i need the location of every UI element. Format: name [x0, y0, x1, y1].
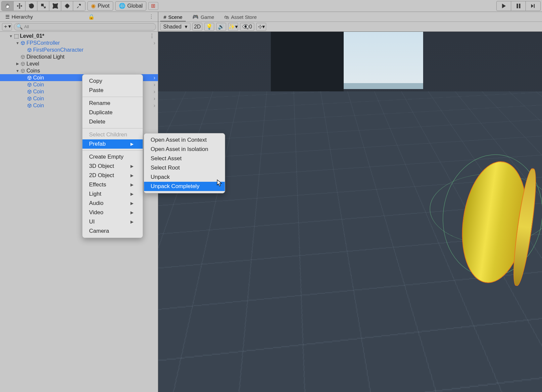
lighting-toggle[interactable]: 💡: [204, 23, 214, 31]
ctx-2d-object[interactable]: 2D Object▶: [82, 171, 143, 180]
hierarchy-search[interactable]: 🔍: [14, 23, 156, 30]
ctx-ui[interactable]: UI▶: [82, 217, 143, 226]
ctx-camera[interactable]: Camera: [82, 226, 143, 236]
item-label: FirstPersonCharacter: [33, 47, 83, 53]
prefab-select-root[interactable]: Select Root: [144, 163, 225, 172]
ctx-create-empty[interactable]: Create Empty: [82, 152, 143, 162]
custom-tool[interactable]: [73, 1, 85, 11]
item-label: Coin: [33, 75, 44, 81]
prefab-open-asset-in-isolation[interactable]: Open Asset in Isolation: [144, 145, 225, 154]
menu-item-label: Select Asset: [151, 155, 182, 162]
snap-toggle[interactable]: ⊞: [148, 2, 158, 10]
ctx-effects[interactable]: Effects▶: [82, 180, 143, 189]
ctx-3d-object[interactable]: 3D Object▶: [82, 162, 143, 171]
pivot-icon: ◉: [91, 3, 96, 9]
2d-label: 2D: [194, 24, 201, 30]
expand-icon[interactable]: ▼: [15, 69, 20, 73]
ctx-audio[interactable]: Audio▶: [82, 199, 143, 208]
menu-item-label: UI: [89, 219, 95, 225]
ctx-rename[interactable]: Rename: [82, 99, 143, 108]
prefab-unpack-completely[interactable]: Unpack Completely: [144, 182, 225, 191]
scene-row[interactable]: ▼ ⬚ Level_01* ⋮: [0, 32, 158, 39]
menu-item-label: Unpack Completely: [151, 183, 199, 190]
menu-item-label: Camera: [89, 228, 109, 234]
menu-item-label: Delete: [89, 119, 105, 125]
hierarchy-item-directional-light[interactable]: Directional Light: [0, 53, 158, 60]
open-prefab-icon[interactable]: ›: [154, 89, 155, 95]
move-tool[interactable]: [14, 1, 25, 11]
shading-dropdown[interactable]: Shaded▾: [160, 23, 190, 31]
item-label: Coin: [33, 96, 44, 102]
tab-asset-store[interactable]: 🛍Asset Store: [221, 13, 260, 22]
item-label: Directional Light: [26, 54, 65, 60]
rotate-tool[interactable]: [25, 1, 37, 11]
item-label: Coin: [33, 103, 44, 109]
item-label: Coin: [33, 82, 44, 88]
prefab-open-asset-in-context[interactable]: Open Asset in Context: [144, 135, 225, 145]
ctx-light[interactable]: Light▶: [82, 189, 143, 199]
open-prefab-icon[interactable]: ›: [154, 82, 155, 88]
gizmo-icon: ⊹▾: [258, 24, 265, 30]
step-button[interactable]: [526, 1, 540, 11]
pause-button[interactable]: [511, 1, 526, 11]
ctx-select-children: Select Children: [82, 130, 143, 139]
global-label: Global: [127, 3, 143, 9]
transform-tool[interactable]: [61, 1, 73, 11]
expand-icon[interactable]: ▶: [15, 62, 20, 66]
tab-scene[interactable]: #Scene: [160, 13, 186, 22]
item-label: FPSController: [26, 40, 60, 46]
visibility-count: 0: [249, 24, 252, 30]
hierarchy-context-menu[interactable]: CopyPasteRenameDuplicateDeleteSelect Chi…: [82, 74, 143, 238]
shading-label: Shaded: [163, 24, 181, 30]
hierarchy-tab[interactable]: ☰ Hierarchy: [2, 13, 36, 21]
hierarchy-item-firstpersoncharacter[interactable]: FirstPersonCharacter: [0, 46, 158, 53]
tab-scene-label: Scene: [168, 14, 182, 20]
panel-menu-icon[interactable]: ⋮: [149, 14, 156, 20]
svg-point-6: [65, 4, 69, 8]
ctx-duplicate[interactable]: Duplicate: [82, 108, 143, 117]
open-prefab-icon[interactable]: ›: [154, 103, 155, 109]
lock-icon[interactable]: 🔒: [88, 14, 97, 20]
audio-toggle[interactable]: 🔊: [216, 23, 226, 31]
scene-viewport[interactable]: [158, 32, 542, 392]
open-prefab-icon[interactable]: ›: [154, 40, 155, 46]
store-tab-icon: 🛍: [224, 14, 229, 20]
play-button[interactable]: [497, 1, 511, 11]
gizmo-dropdown[interactable]: ⊹▾: [256, 23, 266, 31]
menu-item-label: Select Root: [151, 165, 180, 171]
ctx-video[interactable]: Video▶: [82, 208, 143, 217]
ctx-copy[interactable]: Copy: [82, 76, 143, 86]
fx-toggle[interactable]: ✨▾: [228, 23, 238, 31]
hierarchy-item-level[interactable]: ▶Level: [0, 60, 158, 67]
expand-icon[interactable]: ▼: [15, 41, 20, 45]
eye-off-icon: 👁‍🗨: [242, 24, 249, 30]
ctx-paste[interactable]: Paste: [82, 86, 143, 95]
pivot-toggle[interactable]: ◉ Pivot: [87, 1, 113, 11]
ctx-delete[interactable]: Delete: [82, 117, 143, 126]
visibility-toggle[interactable]: 👁‍🗨0: [240, 23, 254, 31]
tab-game[interactable]: 🎮Game: [189, 13, 218, 22]
hierarchy-item-coins[interactable]: ▼Coins: [0, 67, 158, 74]
scene-menu-icon[interactable]: ⋮: [149, 33, 158, 39]
scale-tool[interactable]: [37, 1, 49, 11]
2d-toggle[interactable]: 2D: [192, 23, 202, 31]
playback-controls: [496, 1, 541, 11]
hierarchy-item-fpscontroller[interactable]: ▼FPSController›: [0, 39, 158, 46]
svg-point-4: [53, 7, 54, 8]
menu-item-label: Open Asset in Context: [151, 137, 207, 143]
rect-tool[interactable]: [49, 1, 61, 11]
prefab-submenu[interactable]: Open Asset in ContextOpen Asset in Isola…: [144, 133, 225, 193]
gameobject-icon: [26, 103, 32, 108]
gameobject-icon: [20, 62, 26, 66]
ctx-prefab[interactable]: Prefab▶: [82, 139, 143, 149]
open-prefab-icon[interactable]: ›: [154, 96, 155, 102]
hand-tool[interactable]: [2, 1, 14, 11]
open-prefab-icon[interactable]: ›: [154, 75, 155, 81]
hierarchy-search-input[interactable]: [24, 24, 154, 29]
create-dropdown[interactable]: ＋▾: [2, 23, 12, 30]
global-toggle[interactable]: 🌐 Global: [115, 1, 146, 11]
scene-name: Level_01*: [20, 33, 44, 39]
prefab-select-asset[interactable]: Select Asset: [144, 154, 225, 163]
prefab-unpack[interactable]: Unpack: [144, 172, 225, 182]
expand-icon[interactable]: ▼: [9, 34, 13, 38]
